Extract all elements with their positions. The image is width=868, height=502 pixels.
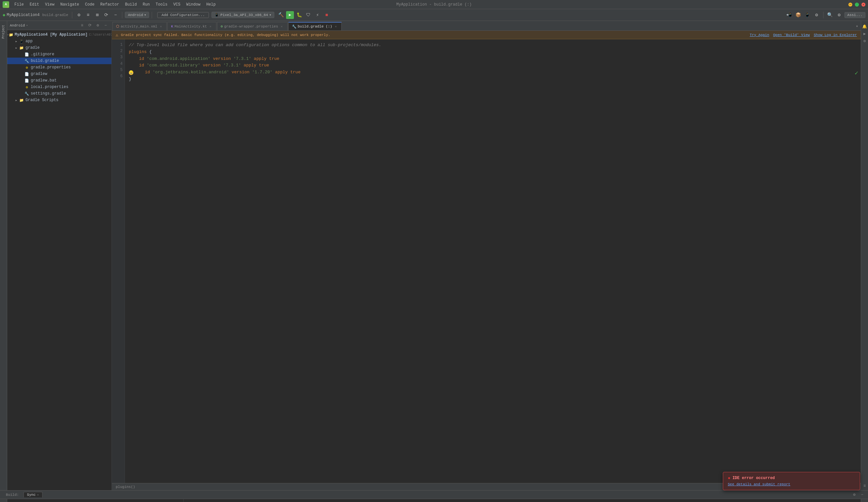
tree-item-gradle-folder[interactable]: ▶ 📁 gradle xyxy=(7,44,112,51)
device-selector-dropdown[interactable]: 📱 Pixel_3a_API_33_x86_64 ▾ xyxy=(211,12,274,18)
code-line-2: plugins { xyxy=(129,49,861,56)
more-tabs-button[interactable]: ▾ xyxy=(853,22,861,30)
menu-vcs[interactable]: VCS xyxy=(170,2,183,8)
notifications-icon[interactable]: 🔔 xyxy=(862,23,868,29)
sdk-manager-icon[interactable]: 📦 xyxy=(794,11,802,19)
avd-manager-icon[interactable]: 📱 xyxy=(804,11,812,19)
tree-item-gradlew-bat[interactable]: ▶ 📄 gradlew.bat xyxy=(7,77,112,84)
sync-icon[interactable]: ⟳ xyxy=(102,11,110,19)
menu-run[interactable]: Run xyxy=(140,2,152,8)
menu-window[interactable]: Window xyxy=(184,2,203,8)
plugins-keyword: plugins xyxy=(129,49,147,56)
bottom-panel: Build: Sync ✕ ⚙ − Structure 📌 👁 Bookmark… xyxy=(0,490,868,502)
bottom-expand-icon[interactable]: ▶ xyxy=(862,500,868,502)
assistant-button[interactable]: Assi... xyxy=(845,12,865,18)
app-folder-icon: 📱 xyxy=(19,39,24,44)
minus-icon[interactable]: − xyxy=(112,11,119,19)
tree-item-gitignore[interactable]: ▶ 📄 .gitignore xyxy=(7,51,112,58)
right-panel-expand-icon[interactable]: ▶ xyxy=(862,31,868,37)
menu-view[interactable]: View xyxy=(42,2,57,8)
sync-tab-label: Sync xyxy=(27,493,35,497)
build-gradle-file-icon: 🔧 xyxy=(24,58,29,63)
hammer-build-icon[interactable]: 🔨 xyxy=(277,11,285,19)
ide-settings-icon[interactable]: ⚙ xyxy=(835,11,843,19)
tree-gradlew-bat-label: gradlew.bat xyxy=(31,78,56,83)
tree-item-settings-gradle[interactable]: ▶ 🔧 settings.gradle xyxy=(7,90,112,97)
apply-kw-4: apply xyxy=(244,62,256,69)
debug-button[interactable]: 🐛 xyxy=(295,11,303,19)
tree-item-local-props[interactable]: ▶ ⚙ local.properties xyxy=(7,84,112,90)
structure-side-tab[interactable]: Structure xyxy=(0,499,7,502)
tree-collapse-icon[interactable]: ≡ xyxy=(79,22,85,29)
toolbar-sep-1 xyxy=(72,12,72,18)
minimize-button[interactable]: — xyxy=(848,3,852,7)
ide-error-details-link[interactable]: See details and submit report xyxy=(728,482,790,486)
sync-tab[interactable]: Sync ✕ xyxy=(23,492,42,498)
gradle-scripts-folder-icon: 📁 xyxy=(19,98,24,103)
warning-actions: Try Again Open 'Build' View Show Log in … xyxy=(750,33,857,37)
tab-build-gradle-close[interactable]: ✕ xyxy=(333,24,338,29)
stop-button[interactable]: ■ xyxy=(323,11,331,19)
right-panel-settings-icon[interactable]: ⚙ xyxy=(862,38,868,44)
space-4e xyxy=(256,62,259,69)
toolbar-sep-2 xyxy=(122,12,122,18)
tab-gradle-wrapper-close[interactable]: ✕ xyxy=(280,24,284,29)
tree-item-gradle-props[interactable]: ▶ ⚙ gradle.properties xyxy=(7,64,112,71)
menu-tools[interactable]: Tools xyxy=(153,2,170,8)
hierarchy-icon[interactable]: ⊞ xyxy=(93,11,101,19)
tab-gradle-wrapper-label: gradle-wrapper.properties xyxy=(224,24,278,29)
close-button[interactable]: ✕ xyxy=(861,3,865,7)
tree-item-root[interactable]: ▾ 📁 MyApplication4 [My Application] C:\U… xyxy=(7,31,112,38)
coverage-button[interactable]: 🛡 xyxy=(304,11,312,19)
menu-help[interactable]: Help xyxy=(204,2,218,8)
space-3d xyxy=(251,56,254,62)
tab-mainactivity-close[interactable]: ✕ xyxy=(208,24,213,29)
try-again-link[interactable]: Try Again xyxy=(750,33,769,37)
menu-build[interactable]: Build xyxy=(122,2,139,8)
menu-code[interactable]: Code xyxy=(82,2,97,8)
open-build-view-link[interactable]: Open 'Build' View xyxy=(773,33,810,37)
add-configuration-button[interactable]: Add Configuration... xyxy=(157,12,209,18)
code-editor[interactable]: 1 2 3 4 5 6 // Top-level build file wher… xyxy=(112,39,861,483)
ide-error-title-text: IDE error occurred xyxy=(732,476,775,480)
device-manager-icon[interactable]: 📲 xyxy=(785,11,793,19)
tree-gear-icon[interactable]: ⚙ xyxy=(94,22,101,29)
sync-tab-close[interactable]: ✕ xyxy=(37,493,39,497)
menu-edit[interactable]: Edit xyxy=(27,2,42,8)
tree-item-gradle-scripts[interactable]: ▶ 📁 Gradle Scripts xyxy=(7,97,112,103)
code-content[interactable]: // Top-level build file where you can ad… xyxy=(125,39,861,483)
menu-refactor[interactable]: Refactor xyxy=(98,2,122,8)
maximize-button[interactable]: □ xyxy=(855,3,859,7)
tree-item-build-gradle[interactable]: ▶ 🔧 build.gradle xyxy=(7,58,112,64)
tree-sync-icon[interactable]: ⟳ xyxy=(87,22,93,29)
dropdown-arrow-icon: ▾ xyxy=(144,13,146,17)
tab-build-gradle[interactable]: 🔧 build.gradle (:) ✕ xyxy=(288,22,342,30)
search-everywhere-icon[interactable]: 🔍 xyxy=(826,11,834,19)
build-tree-panel: ● ▾ MyApplication4: failed At 15.12.2022… xyxy=(7,499,184,502)
menu-file[interactable]: File xyxy=(12,2,27,8)
left-side-tabs: Project xyxy=(0,21,7,490)
project-tab[interactable]: Project xyxy=(0,22,7,41)
build-tree-root[interactable]: ● ▾ MyApplication4: failed At 15.12.2022… xyxy=(7,500,183,502)
tree-item-gradlew[interactable]: ▶ 📄 gradlew xyxy=(7,71,112,77)
tab-activity-main-close[interactable]: ✕ xyxy=(158,24,163,29)
profile-button[interactable]: ⚡ xyxy=(313,11,321,19)
right-panel-bottom-icon[interactable]: ≡ xyxy=(862,483,868,489)
true-kw-4: true xyxy=(259,62,269,69)
menu-navigate[interactable]: Navigate xyxy=(58,2,82,8)
tree-more-icon[interactable]: − xyxy=(102,22,109,29)
toolbar-settings-icon[interactable]: ⚙ xyxy=(813,11,820,19)
android-dropdown[interactable]: Android ▾ xyxy=(125,12,149,18)
show-log-link[interactable]: Show Log in Explorer xyxy=(814,33,857,37)
structure-icon[interactable]: ≡ xyxy=(84,11,92,19)
tree-item-app[interactable]: ▶ 📱 app xyxy=(7,38,112,44)
tree-android-arrow: ▾ xyxy=(26,24,28,27)
bottom-minus-icon[interactable]: − xyxy=(859,492,865,498)
tab-gradle-wrapper[interactable]: ⚙ gradle-wrapper.properties ✕ xyxy=(217,22,288,30)
tab-activity-main[interactable]: ⬡ activity_main.xml ✕ xyxy=(113,22,167,30)
run-button[interactable]: ▶ xyxy=(286,11,294,19)
bottom-settings-icon[interactable]: ⚙ xyxy=(851,492,858,498)
gradle-folder-icon: 📁 xyxy=(19,45,24,50)
tab-mainactivity[interactable]: K MainActivity.kt ✕ xyxy=(167,22,216,30)
settings-icon[interactable]: ⚙ xyxy=(75,11,83,19)
